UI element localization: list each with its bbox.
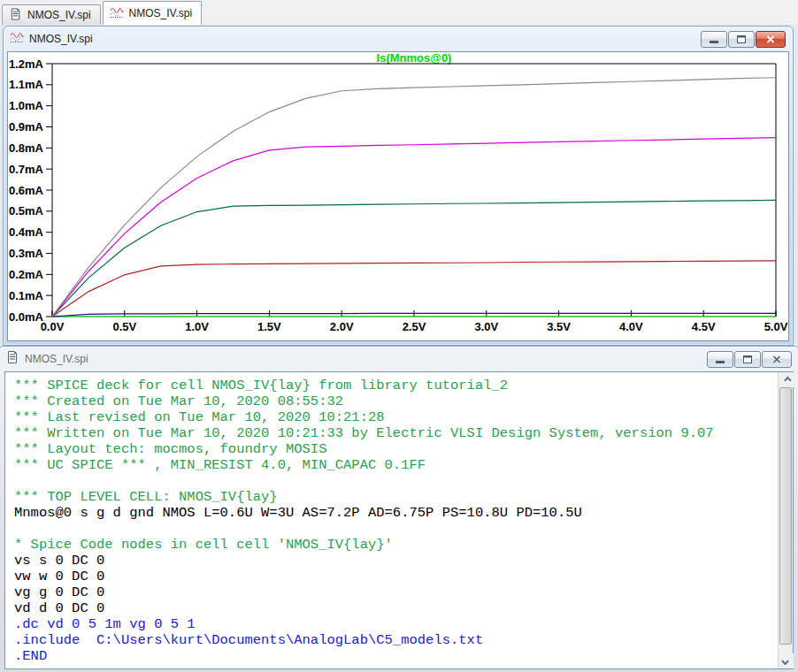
spice-code-line: .END bbox=[14, 648, 776, 664]
spice-code-line: vs s 0 DC 0 bbox=[14, 553, 776, 569]
window-title: NMOS_IV.spi bbox=[29, 33, 93, 45]
spice-code-line bbox=[14, 473, 776, 489]
y-tick-label: 1.1mA bbox=[9, 78, 44, 91]
x-tick-label: 4.5V bbox=[692, 320, 716, 333]
x-tick-label: 2.5V bbox=[403, 320, 426, 333]
restore-button[interactable] bbox=[728, 31, 755, 48]
y-tick-label: 1.0mA bbox=[9, 99, 44, 112]
tab-waveform-plot[interactable]: NMOS_IV.spi bbox=[103, 1, 203, 25]
y-tick-label: 0.8mA bbox=[9, 141, 44, 155]
tab-label: NMOS_IV.spi bbox=[129, 7, 193, 19]
spice-code-line: Mnmos@0 s g d gnd NMOS L=0.6U W=3U AS=7.… bbox=[14, 505, 776, 521]
spice-code-line: *** TOP LEVEL CELL: NMOS_IV{lay} bbox=[14, 489, 776, 505]
spice-deck-window: NMOS_IV.spi *** SPICE deck for cell NMOS… bbox=[0, 346, 798, 672]
close-icon bbox=[766, 35, 775, 43]
spice-code-line: *** Last revised on Tue Mar 10, 2020 10:… bbox=[14, 409, 776, 425]
x-tick-label: 1.0V bbox=[185, 320, 209, 333]
iv-curves-chart: 0.0mA0.1mA0.2mA0.3mA0.4mA0.5mA0.6mA0.7mA… bbox=[8, 52, 789, 340]
y-tick-label: 0.9mA bbox=[9, 120, 44, 134]
iv-curve-Vg=3V bbox=[52, 200, 776, 317]
y-tick-label: 0.1mA bbox=[9, 289, 44, 302]
spice-code-line: *** SPICE deck for cell NMOS_IV{lay} fro… bbox=[14, 378, 776, 393]
chevron-up-icon bbox=[784, 376, 791, 383]
spice-code-line: *** Written on Tue Mar 10, 2020 10:21:33… bbox=[14, 425, 776, 441]
spice-deck-window-titlebar[interactable]: NMOS_IV.spi bbox=[0, 347, 798, 371]
chevron-down-icon bbox=[781, 657, 788, 664]
window-controls bbox=[701, 31, 786, 48]
x-tick-label: 3.0V bbox=[474, 320, 498, 333]
restore-icon bbox=[743, 355, 752, 363]
tab-spice-deck-text[interactable]: NMOS_IV.spi bbox=[2, 4, 101, 25]
x-tick-label: 3.5V bbox=[547, 320, 571, 333]
spice-code-line bbox=[14, 521, 776, 537]
vertical-scrollbar[interactable] bbox=[778, 372, 793, 668]
y-tick-label: 0.0mA bbox=[9, 310, 44, 324]
spice-code-line: *** UC SPICE *** , MIN_RESIST 4.0, MIN_C… bbox=[14, 457, 776, 473]
close-button[interactable] bbox=[756, 31, 786, 48]
waveform-window-titlebar[interactable]: NMOS_IV.spi bbox=[4, 27, 793, 51]
y-tick-label: 0.6mA bbox=[9, 184, 44, 197]
minimize-button[interactable] bbox=[707, 351, 733, 368]
y-tick-label: 0.2mA bbox=[9, 268, 44, 281]
spice-code-line: vw w 0 DC 0 bbox=[14, 569, 776, 584]
y-tick-label: 1.2mA bbox=[9, 57, 44, 71]
y-tick-label: 0.4mA bbox=[9, 225, 44, 239]
minimize-icon bbox=[710, 41, 718, 43]
spice-code-line: vd d 0 DC 0 bbox=[14, 600, 776, 616]
minimize-button[interactable] bbox=[701, 31, 727, 48]
spice-code-line: .dc vd 0 5 1m vg 0 5 1 bbox=[14, 616, 776, 632]
tab-bar: NMOS_IV.spi NMOS_IV.spi bbox=[0, 0, 798, 25]
spice-code-line: * Spice Code nodes in cell cell 'NMOS_IV… bbox=[14, 537, 776, 553]
document-icon bbox=[9, 7, 22, 24]
tab-label: NMOS_IV.spi bbox=[27, 9, 91, 21]
x-tick-label: 2.0V bbox=[330, 320, 354, 333]
close-button[interactable] bbox=[762, 351, 792, 368]
iv-curve-Vg=2V bbox=[52, 261, 776, 317]
minimize-icon bbox=[716, 361, 725, 363]
scroll-down-button[interactable] bbox=[779, 653, 794, 668]
restore-icon bbox=[737, 35, 746, 43]
spice-code-line: vg g 0 DC 0 bbox=[14, 584, 776, 600]
restore-button[interactable] bbox=[734, 351, 761, 368]
spice-code-line: .include C:\Users\kurt\Documents\AnalogL… bbox=[14, 632, 776, 648]
y-tick-label: 0.5mA bbox=[9, 204, 44, 218]
x-tick-label: 0.0V bbox=[41, 320, 65, 333]
spice-code-line: *** Created on Tue Mar 10, 2020 08:55:32 bbox=[14, 393, 776, 409]
spice-code-line: *** Layout tech: mocmos, foundry MOSIS bbox=[14, 441, 776, 457]
waveform-icon bbox=[10, 30, 24, 48]
document-icon bbox=[5, 350, 19, 368]
y-tick-label: 0.7mA bbox=[9, 163, 44, 176]
close-icon bbox=[772, 355, 781, 363]
x-tick-label: 1.5V bbox=[257, 320, 281, 333]
iv-curve-Vg=4V bbox=[52, 138, 776, 317]
scrollbar-thumb[interactable] bbox=[779, 387, 792, 645]
x-tick-label: 0.5V bbox=[112, 320, 136, 333]
x-tick-label: 4.0V bbox=[619, 320, 643, 333]
spice-code-text[interactable]: *** SPICE deck for cell NMOS_IV{lay} fro… bbox=[5, 372, 778, 668]
spice-deck-editor[interactable]: *** SPICE deck for cell NMOS_IV{lay} fro… bbox=[4, 371, 794, 669]
window-controls bbox=[707, 351, 792, 368]
x-tick-label: 5.0V bbox=[764, 320, 788, 333]
y-tick-label: 0.3mA bbox=[9, 247, 44, 260]
scroll-up-button[interactable] bbox=[779, 372, 794, 387]
waveform-window: NMOS_IV.spi Is(Mnmos@0) 0.0mA0.1mA0.2mA0… bbox=[3, 26, 794, 346]
waveform-icon bbox=[110, 5, 124, 22]
window-title: NMOS_IV.spi bbox=[25, 353, 88, 365]
waveform-plot-area[interactable]: Is(Mnmos@0) 0.0mA0.1mA0.2mA0.3mA0.4mA0.5… bbox=[7, 51, 789, 341]
iv-curve-Vg=5V bbox=[52, 78, 776, 317]
